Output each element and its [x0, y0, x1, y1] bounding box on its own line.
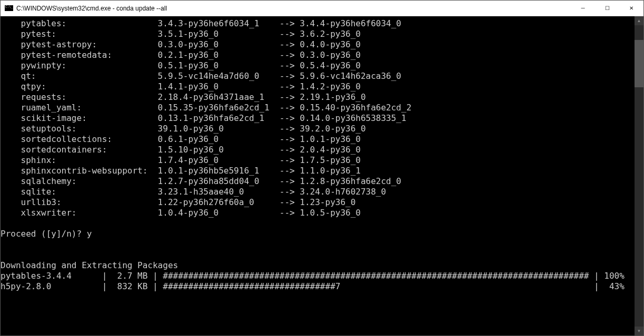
terminal-output[interactable]: pytables: 3.4.3-py36he6f6034_1 --> 3.4.4…: [1, 16, 635, 335]
titlebar: C:\WINDOWS\system32\cmd.exe - conda upda…: [1, 1, 643, 16]
maximize-button[interactable]: ☐: [595, 1, 619, 16]
scroll-up-button[interactable]: ▲: [635, 16, 643, 25]
window-title: C:\WINDOWS\system32\cmd.exe - conda upda…: [16, 5, 571, 12]
scrollbar[interactable]: ▲ ▼: [635, 16, 643, 335]
cmd-window: C:\WINDOWS\system32\cmd.exe - conda upda…: [0, 0, 644, 336]
cmd-icon: [5, 5, 13, 11]
close-button[interactable]: ✕: [619, 1, 643, 16]
scroll-down-button[interactable]: ▼: [635, 327, 643, 335]
minimize-button[interactable]: ─: [571, 1, 595, 16]
terminal-area: pytables: 3.4.3-py36he6f6034_1 --> 3.4.4…: [1, 16, 643, 335]
scroll-thumb[interactable]: [635, 40, 643, 87]
